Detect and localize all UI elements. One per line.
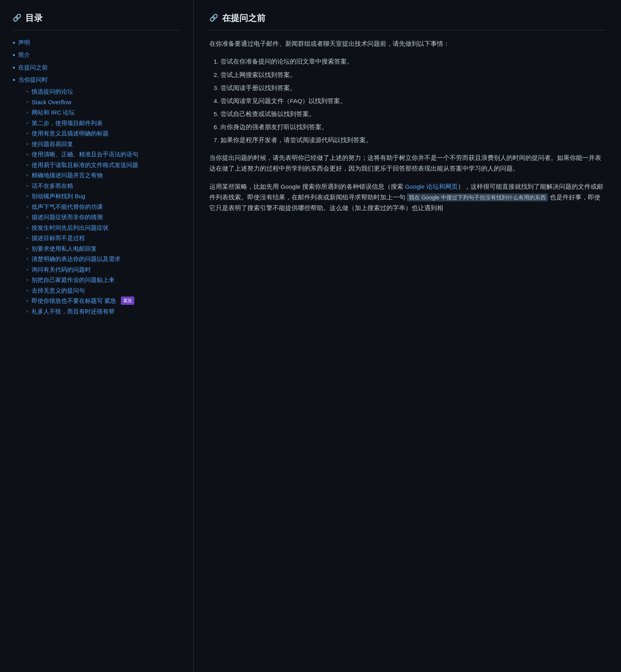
google-link[interactable]: Google 论坛和网页 [405, 183, 458, 190]
list-item-0: 尝试在你准备提问的论坛的旧文章中搜索答案。 [220, 56, 605, 67]
toc-sub-link-17[interactable]: 询问有关代码的问题时 [32, 265, 91, 274]
toc-sub-item-3: 第二步，使用项目邮件列表 [18, 119, 138, 128]
toc-sub-link-8[interactable]: 精确地描述问题并言之有物 [32, 171, 103, 180]
content-link-icon[interactable]: 🔗 [209, 12, 218, 24]
toc-item-2: 在提问之前 [13, 63, 181, 73]
right-content: 在你准备要通过电子邮件、新闻群组或者聊天室提出技术问题前，请先做到以下事情： 尝… [209, 38, 605, 213]
toc-header: 🔗 目录 [13, 11, 181, 30]
toc-sub-item-14: 描述目标而不是过程 [18, 234, 138, 243]
toc-sub-item-17: 询问有关代码的问题时 [18, 265, 138, 274]
content-header: 🔗 在提问之前 [209, 11, 605, 30]
highlight-phrase: 我在 Google 中搜过下列句子但没有找到什么有用的东西 [407, 193, 548, 201]
toc-link-icon[interactable]: 🔗 [13, 12, 21, 24]
toc-item-3: 当你提问时慎选提问的论坛Stack Overflow网站和 IRC 论坛第二步，… [13, 75, 181, 318]
toc-sub-item-18: 别把自己家庭作业的问题贴上来 [18, 276, 138, 285]
toc-sub-link-16[interactable]: 清楚明确的表达你的问题以及需求 [32, 255, 120, 264]
toc-link-2[interactable]: 在提问之前 [18, 63, 48, 72]
toc-sub-link-1[interactable]: Stack Overflow [32, 98, 72, 107]
toc-sub-item-11: 低声下气不能代替你的功课 [18, 203, 138, 212]
toc-sub-item-8: 精确地描述问题并言之有物 [18, 171, 138, 180]
list-item-1: 尝试上网搜索以找到答案。 [220, 69, 605, 80]
content-title: 在提问之前 [222, 11, 265, 25]
toc-sub-link-6[interactable]: 使用清晰、正确、精准且合乎语法的语句 [32, 150, 138, 159]
toc-sub-link-7[interactable]: 使用易于读取且标准的文件格式发送问题 [32, 161, 138, 170]
list-item-3: 尝试阅读常见问题文件（FAQ）以找到答案。 [220, 96, 605, 106]
toc-sub-link-2[interactable]: 网站和 IRC 论坛 [32, 108, 75, 117]
toc-title: 目录 [25, 11, 43, 25]
toc-sub-item-13: 按发生时间先后列出问题症状 [18, 223, 138, 233]
intro-para: 在你准备要通过电子邮件、新闻群组或者聊天室提出技术问题前，请先做到以下事情： [209, 38, 605, 49]
toc-sub-item-21: 礼多人不怪，而且有时还很有帮 [18, 307, 138, 316]
toc-link-0[interactable]: 声明 [18, 38, 30, 47]
toc-sub-item-2: 网站和 IRC 论坛 [18, 108, 138, 117]
toc-sub-item-12: 描述问题症状而非你的猜测 [18, 213, 138, 222]
toc-sub-link-18[interactable]: 别把自己家庭作业的问题贴上来 [32, 276, 115, 285]
toc-sub-item-16: 清楚明确的表达你的问题以及需求 [18, 255, 138, 264]
toc-sub-item-9: 话不在多而在精 [18, 182, 138, 191]
toc-sub-link-12[interactable]: 描述问题症状而非你的猜测 [32, 213, 103, 222]
right-panel: 🔗 在提问之前 在你准备要通过电子邮件、新闻群组或者聊天室提出技术问题前，请先做… [194, 0, 621, 672]
toc-link-3[interactable]: 当你提问时 [18, 75, 48, 84]
toc-sub-link-3[interactable]: 第二步，使用项目邮件列表 [32, 119, 103, 128]
list-item-5: 向你身边的强者朋友打听以找到答案。 [220, 122, 605, 132]
toc-sub-link-14[interactable]: 描述目标而不是过程 [32, 234, 85, 243]
toc-sub-link-15[interactable]: 别要求使用私人电邮回复 [32, 244, 97, 253]
list-item-6: 如果你是程序开发者，请尝试阅读源代码以找到答案。 [220, 135, 605, 145]
toc-sub-link-13[interactable]: 按发生时间先后列出问题症状 [32, 223, 109, 233]
toc-sub-item-4: 使用有意义且描述明确的标题 [18, 129, 138, 138]
toc-sub-link-21[interactable]: 礼多人不怪，而且有时还很有帮 [32, 307, 115, 316]
toc-main: 声明简介在提问之前当你提问时慎选提问的论坛Stack Overflow网站和 I… [13, 38, 181, 317]
toc-sub-item-20: 即使你很急也不要在标题写 紧急紧急 [18, 297, 138, 306]
toc-sub-link-0[interactable]: 慎选提问的论坛 [32, 87, 73, 96]
urgent-badge: 紧急 [121, 297, 134, 304]
toc-sub-link-11[interactable]: 低声下气不能代替你的功课 [32, 203, 103, 212]
toc-sub-item-15: 别要求使用私人电邮回复 [18, 244, 138, 253]
toc-sub-link-10[interactable]: 别动辄声称找到 Bug [32, 192, 85, 201]
toc-sub-item-0: 慎选提问的论坛 [18, 87, 138, 96]
list-item-4: 尝试自己检查或试验以找到答案。 [220, 109, 605, 119]
toc-sub-item-10: 别动辄声称找到 Bug [18, 192, 138, 201]
toc-sub-link-9[interactable]: 话不在多而在精 [32, 182, 73, 191]
toc-sub-item-5: 使问题容易回复 [18, 140, 138, 149]
list-item-2: 尝试阅读手册以找到答案。 [220, 83, 605, 93]
toc-sub-item-7: 使用易于读取且标准的文件格式发送问题 [18, 161, 138, 170]
toc-item-0: 声明 [13, 38, 181, 48]
toc-sub-item-1: Stack Overflow [18, 98, 138, 107]
para2: 运用某些策略，比如先用 Google 搜索你所遇到的各种错误信息（搜索 Goog… [209, 181, 605, 213]
toc-sub-item-6: 使用清晰、正确、精准且合乎语法的语句 [18, 150, 138, 159]
para2-before: 运用某些策略，比如先用 Google 搜索你所遇到的各种错误信息（搜索 [209, 183, 405, 190]
toc-sub-item-19: 去掉无意义的提问句 [18, 286, 138, 295]
toc-sub-link-19[interactable]: 去掉无意义的提问句 [32, 286, 85, 295]
left-panel: 🔗 目录 声明简介在提问之前当你提问时慎选提问的论坛Stack Overflow… [0, 0, 194, 672]
checklist: 尝试在你准备提问的论坛的旧文章中搜索答案。尝试上网搜索以找到答案。尝试阅读手册以… [209, 56, 605, 145]
toc-sub-link-20[interactable]: 即使你很急也不要在标题写 紧急 [32, 297, 116, 306]
toc-item-1: 简介 [13, 51, 181, 60]
para1: 当你提出问题的时候，请先表明你已经做了上述的努力；这将有助于树立你并不是一个不劳… [209, 152, 605, 174]
toc-link-1[interactable]: 简介 [18, 51, 30, 60]
toc-sub-link-5[interactable]: 使问题容易回复 [32, 140, 73, 149]
toc-sub-link-4[interactable]: 使用有意义且描述明确的标题 [32, 129, 109, 138]
